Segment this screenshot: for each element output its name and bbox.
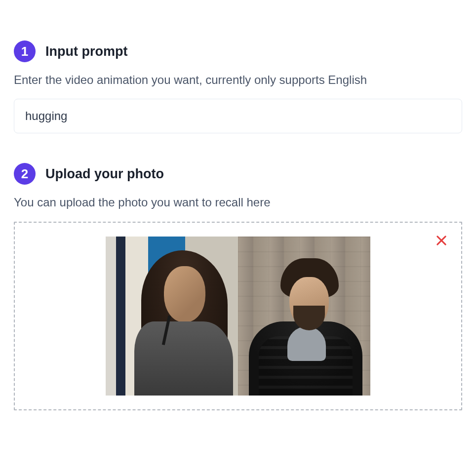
prompt-input[interactable] — [14, 99, 462, 133]
step-title: Upload your photo — [45, 166, 164, 182]
step-header: 2 Upload your photo — [14, 163, 462, 185]
uploaded-photo-preview — [106, 237, 370, 396]
step-number-badge: 2 — [14, 163, 36, 185]
step-title: Input prompt — [45, 44, 127, 59]
upload-dropzone[interactable] — [14, 222, 462, 410]
step-upload-photo: 2 Upload your photo You can upload the p… — [14, 163, 462, 410]
close-icon — [435, 234, 448, 247]
photo-right-half — [238, 237, 370, 396]
photo-left-half — [106, 237, 238, 396]
step-header: 1 Input prompt — [14, 40, 462, 62]
step-input-prompt: 1 Input prompt Enter the video animation… — [14, 40, 462, 133]
step-description: You can upload the photo you want to rec… — [14, 195, 462, 210]
step-description: Enter the video animation you want, curr… — [14, 72, 462, 88]
step-number-badge: 1 — [14, 40, 36, 62]
remove-photo-button[interactable] — [433, 232, 450, 249]
